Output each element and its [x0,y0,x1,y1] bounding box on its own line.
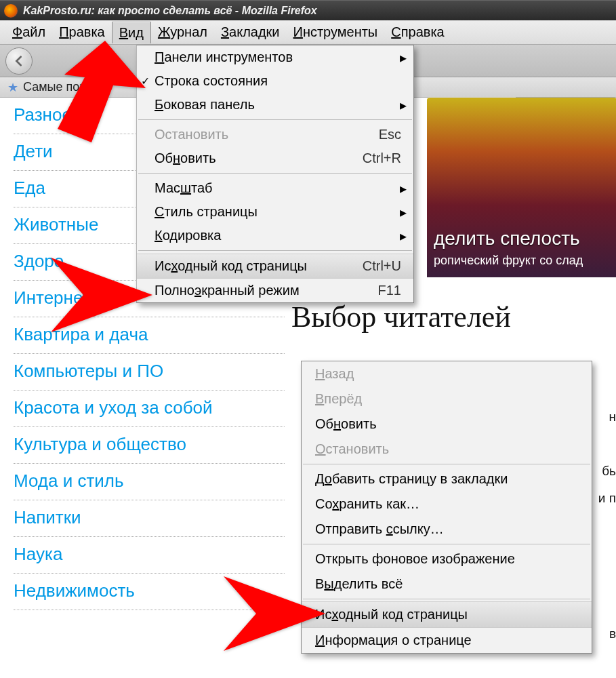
ctx-forward: Вперёд [302,386,592,412]
ctx-stop: Остановить [302,437,592,462]
ctx-back: Назад [302,361,592,386]
banner-subtitle: ропический фрукт со слад [434,254,610,268]
readers-choice-heading: Выбор читателей [291,300,511,334]
partial-text-4: в [609,626,616,641]
menu-edit[interactable]: Правка [52,22,112,43]
annotation-arrow-3 [224,576,325,651]
menu-item-pagestyle[interactable]: Стиль страницы▸ [137,200,413,224]
menu-item-reload[interactable]: ОбновитьCtrl+R [137,146,413,170]
menu-item-source[interactable]: Исходный код страницыCtrl+U [137,254,413,279]
firefox-icon [4,4,18,18]
menu-bookmarks[interactable]: Закладки [214,22,287,43]
menu-tools[interactable]: Инструменты [287,22,385,43]
window-titlebar: KakProsto.ru: как просто сделать всё - M… [0,0,616,20]
menu-item-fullscreen[interactable]: Полноэкранный режимF11 [137,279,413,302]
sidebar-item-kultura[interactable]: Культура и общество [14,427,285,464]
menu-item-zoom[interactable]: Масштаб▸ [137,176,413,200]
banner-title: делить спелость [434,228,610,250]
sidebar-item-nauka[interactable]: Наука [14,537,285,574]
menu-item-statusbar[interactable]: ✓ Строка состояния [137,69,413,93]
annotation-arrow-2 [51,258,152,332]
menu-history[interactable]: Журнал [151,22,214,43]
sidebar-item-computers[interactable]: Компьютеры и ПО [14,354,285,391]
ctx-reload[interactable]: Обновить [302,412,592,437]
partial-text-3: и п [598,491,616,506]
sidebar-item-moda[interactable]: Мода и стиль [14,464,285,500]
ctx-source[interactable]: Исходный код страницы [302,601,592,628]
back-button[interactable] [5,47,33,75]
sidebar-item-krasota[interactable]: Красота и уход за собой [14,391,285,427]
ctx-selectall[interactable]: Выделить всё [302,572,592,597]
window-title: KakProsto.ru: как просто сделать всё - M… [23,5,317,17]
view-dropdown-menu: Панели инструментов▸ ✓ Строка состояния … [136,45,414,303]
menu-item-stop: ОстановитьEsc [137,123,413,146]
menu-file[interactable]: Файл [5,22,52,43]
ctx-pageinfo[interactable]: Информация о странице [302,628,592,653]
partial-text-1: н [609,410,617,424]
bookmark-folder-icon: ★ [7,81,19,94]
svg-marker-0 [58,41,146,142]
menu-item-sidepanel[interactable]: Боковая панель▸ [137,93,413,117]
sidebar-item-napitki[interactable]: Напитки [14,500,285,537]
page-context-menu: Назад Вперёд Обновить Остановить Добавит… [301,361,592,654]
svg-marker-2 [224,576,325,651]
menu-item-toolbars[interactable]: Панели инструментов▸ [137,45,413,69]
ctx-openbg[interactable]: Открыть фоновое изображение [302,546,592,572]
svg-marker-1 [51,258,152,332]
menu-item-encoding[interactable]: Кодировка▸ [137,224,413,247]
menu-view[interactable]: Вид [112,22,151,43]
menu-help[interactable]: Справка [384,22,451,43]
ctx-saveas[interactable]: Сохранить как… [302,492,592,517]
annotation-arrow-1 [37,41,146,142]
ctx-sendlink[interactable]: Отправить ссылку… [302,517,592,542]
ctx-bookmark[interactable]: Добавить страницу в закладки [302,466,592,492]
featured-banner[interactable]: делить спелость ропический фрукт со слад [427,98,616,277]
partial-text-2: бь [602,464,616,479]
